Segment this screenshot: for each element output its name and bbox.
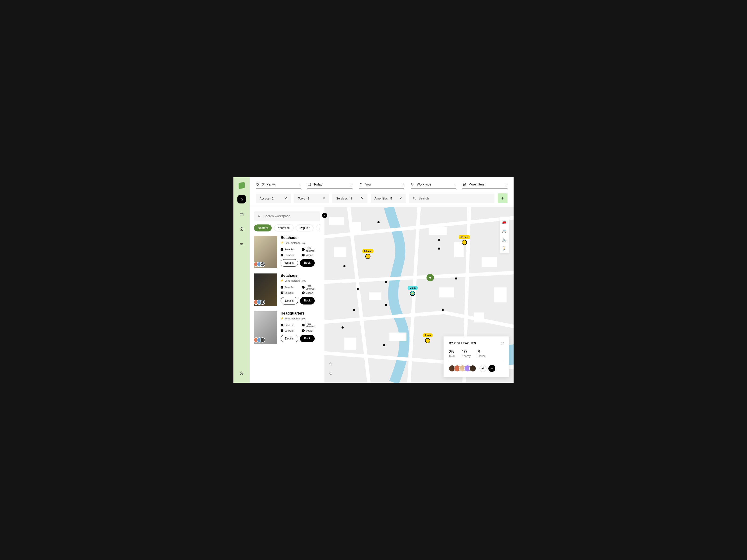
close-icon[interactable]: ✕ (399, 196, 402, 200)
tab-nearest[interactable]: Nearest (254, 224, 272, 232)
search-icon (258, 214, 261, 218)
nav-logout[interactable] (237, 369, 246, 377)
more-colleagues-button[interactable]: +6 (480, 365, 487, 372)
close-icon[interactable]: ✕ (284, 196, 287, 200)
svg-rect-26 (482, 257, 497, 267)
chip-label: Access · 2 (260, 197, 274, 200)
map-pin[interactable]: 5 min ⚡ (408, 286, 417, 296)
feature-item: Lockers (281, 291, 299, 294)
svg-rect-6 (308, 183, 311, 186)
feature-item: Pets allowed (302, 322, 320, 328)
filter-location[interactable]: 34 Parkvi⌄ (256, 183, 301, 189)
match-score: ⚡75% match for you (281, 317, 320, 320)
workspace-card[interactable]: +3 Betahaus ⚡62% match for you Free EvPe… (254, 236, 320, 268)
details-button[interactable]: Details (281, 297, 298, 304)
svg-rect-24 (389, 332, 406, 341)
details-button[interactable]: Details (281, 259, 298, 267)
feature-item: Lockers (281, 254, 299, 257)
map-dot[interactable] (353, 309, 355, 311)
svg-point-14 (258, 215, 260, 216)
svg-rect-22 (439, 288, 454, 297)
content-area: Nearest Your vibe Popular Reccom +3 Beta… (250, 207, 514, 383)
chip-services[interactable]: Services · 3✕ (332, 194, 367, 203)
map-dot[interactable] (357, 288, 359, 290)
tab-popular[interactable]: Popular (296, 224, 313, 232)
filter-vibe[interactable]: Work vibe⌄ (411, 183, 456, 189)
filter-more-label: More filters (468, 183, 485, 186)
feature-item: Vegan (302, 329, 320, 332)
add-filter-button[interactable]: + (498, 193, 508, 203)
colleague-avatars: +6 + (449, 365, 504, 372)
transport-bus[interactable]: 🚐 (501, 227, 508, 234)
main-panel: 34 Parkvi⌄ Today⌄ You⌄ Work vibe⌄ More f… (250, 177, 514, 383)
minimize-icon[interactable]: ⛶ (501, 342, 504, 345)
chevron-down-icon: ⌄ (505, 183, 508, 186)
chip-label: Tools · 2 (298, 197, 309, 200)
feature-item: Free Ev (281, 247, 299, 252)
zoom-out-button[interactable]: ⊖ (329, 361, 333, 366)
svg-point-1 (240, 228, 243, 231)
nav-rail: ⌂ (233, 177, 250, 383)
details-button[interactable]: Details (281, 335, 298, 342)
map-dot[interactable] (378, 221, 380, 223)
book-button[interactable]: Book (300, 297, 315, 304)
svg-rect-18 (351, 222, 361, 235)
chevron-down-icon: ⌄ (402, 183, 404, 186)
pin-time-label: 9 min (423, 334, 433, 338)
bolt-icon: ⚡ (462, 240, 467, 245)
filter-who[interactable]: You⌄ (359, 183, 404, 189)
chip-access[interactable]: Access · 2✕ (256, 194, 291, 203)
search-icon (413, 196, 416, 200)
transport-walk[interactable]: 🚶 (501, 245, 508, 251)
tab-your-vibe[interactable]: Your vibe (274, 224, 294, 232)
map-dot[interactable] (385, 304, 387, 306)
add-colleague-button[interactable]: + (488, 365, 495, 372)
map-pin[interactable]: 20 min ⚡ (362, 249, 374, 259)
nav-explore[interactable] (237, 225, 246, 233)
workspace-search[interactable] (254, 211, 320, 221)
colleagues-title: MY COLLEAGUES (449, 342, 476, 345)
map-dot[interactable] (455, 277, 457, 279)
collapse-sidebar-button[interactable]: ‹ (322, 213, 327, 218)
close-icon[interactable]: ✕ (361, 196, 364, 200)
book-button[interactable]: Book (300, 335, 315, 342)
nav-home[interactable]: ⌂ (237, 195, 246, 204)
filter-location-label: 34 Parkvi (262, 183, 276, 186)
zoom-in-button[interactable]: ⊕ (329, 371, 333, 376)
map-pin[interactable]: 13 min ⚡ (459, 235, 470, 245)
book-button[interactable]: Book (300, 259, 315, 267)
filter-more[interactable]: More filters⌄ (462, 183, 508, 189)
filter-date[interactable]: Today⌄ (307, 183, 353, 189)
nav-calendar[interactable] (237, 210, 246, 218)
workspace-search-input[interactable] (263, 214, 316, 218)
top-search[interactable] (409, 194, 494, 203)
workspace-card[interactable]: +4 Betahaus ⚡98% match for you Free EvPe… (254, 273, 320, 306)
nav-filters[interactable] (237, 240, 246, 248)
results-sidebar: Nearest Your vibe Popular Reccom +3 Beta… (250, 207, 325, 383)
transport-car[interactable]: 🚗 (501, 218, 508, 225)
feature-item: Free Ev (281, 285, 299, 290)
avatar[interactable] (469, 365, 476, 372)
svg-point-11 (464, 184, 464, 184)
map-dot[interactable] (438, 247, 440, 250)
svg-rect-27 (494, 288, 507, 302)
map-view[interactable]: ‹ (325, 207, 514, 383)
chip-amenities[interactable]: Amenities · 5✕ (371, 194, 406, 203)
logout-icon (239, 371, 244, 375)
search-input[interactable] (418, 196, 491, 200)
chip-tools[interactable]: Tools · 2✕ (294, 194, 329, 203)
filter-date-label: Today (313, 183, 322, 186)
svg-point-13 (413, 197, 415, 199)
transport-bike[interactable]: 🚲 (501, 236, 508, 243)
map-pin[interactable]: 9 min ⚡ (423, 334, 433, 343)
map-dot[interactable] (385, 281, 387, 283)
map-dot[interactable] (383, 344, 385, 346)
match-score: ⚡98% match for you (281, 279, 320, 282)
sort-tabs: Nearest Your vibe Popular Reccom (254, 224, 320, 232)
pin-icon (256, 183, 260, 186)
workspace-card[interactable]: +8 Headquarters ⚡75% match for you Free … (254, 311, 320, 344)
close-icon[interactable]: ✕ (323, 196, 326, 200)
tab-recommended[interactable]: Reccom (316, 224, 320, 232)
svg-rect-17 (329, 217, 344, 225)
my-location-pin[interactable] (427, 274, 434, 282)
